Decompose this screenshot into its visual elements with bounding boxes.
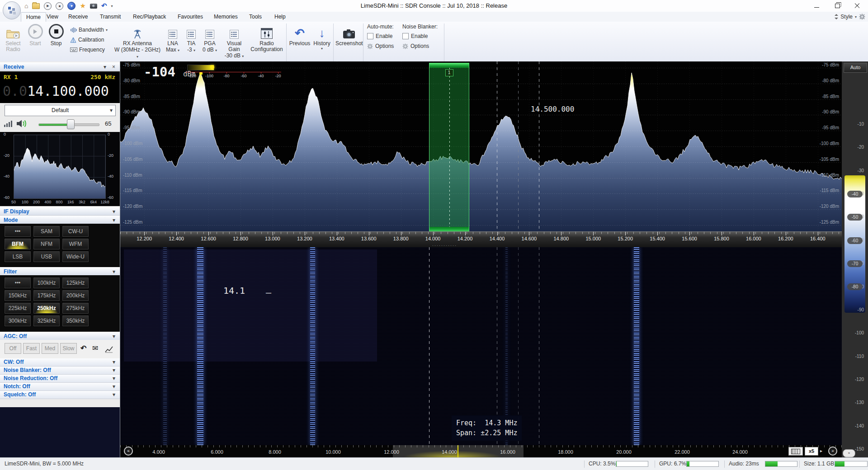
squelch-section-header[interactable]: Squelch: Off▾ (0, 391, 120, 399)
agc-caret-icon[interactable]: ▾ (113, 332, 115, 340)
filter-button-200khz[interactable]: 200kHz (62, 290, 89, 301)
mode-caret-icon[interactable]: ▾ (113, 216, 115, 224)
rx-band-bottom-cap[interactable] (429, 227, 469, 231)
if-display-header[interactable]: IF Display▾ (0, 207, 120, 216)
screenshot-button[interactable]: Screenshot (335, 24, 363, 53)
bandwidth-button[interactable]: Bandwidth▾ (70, 25, 108, 34)
spectrum-cursor-line[interactable] (518, 61, 519, 231)
preset-dropdown[interactable]: Default ▾ (5, 105, 116, 116)
navigator-page-right-button[interactable]: » (828, 446, 837, 456)
style-caret-icon[interactable]: ▾ (855, 15, 857, 19)
agc-button-fast[interactable]: Fast (23, 343, 40, 354)
tuned-frequency-value[interactable]: 0.014.100.000 (3, 83, 109, 99)
tia-dropdown[interactable]: TIA -3 ▾ (184, 24, 199, 53)
mode-header[interactable]: Mode▾ (0, 216, 120, 224)
cw-section-header[interactable]: CW: Off▾ (0, 358, 120, 367)
agc-undo-icon[interactable]: ↶ (80, 344, 86, 352)
rx-antenna-dropdown[interactable]: RX Antenna W (30MHz - 2GHz) ▾ (114, 24, 161, 53)
lna-dropdown[interactable]: LNA Max ▾ (163, 24, 183, 53)
minimize-button[interactable] (807, 0, 826, 11)
close-button[interactable] (848, 0, 866, 11)
radio-configuration-button[interactable]: Radio Configuration (250, 24, 284, 53)
auto-mute-enable-checkbox[interactable]: Enable (367, 32, 401, 41)
notch-section-header[interactable]: Notch: Off▾ (0, 383, 120, 391)
filter-button-150khz[interactable]: 150kHz (5, 290, 31, 301)
agc-envelope-icon[interactable]: ✉ (92, 344, 98, 352)
noise-blanker-enable-checkbox[interactable]: Enable (402, 32, 441, 41)
waterfall-display[interactable]: 14.1 – Freq: 14.3 MHzSpan: ±2.25 MHz (120, 247, 842, 445)
tab-help[interactable]: Help (269, 12, 291, 21)
app-menu-button[interactable] (3, 1, 21, 19)
filter-caret-icon[interactable]: ▾ (113, 268, 115, 276)
navigator-keyboard-button[interactable] (788, 447, 803, 456)
tab-memories[interactable]: Memories (209, 12, 243, 21)
noise-blanker-options-button[interactable]: Options (402, 42, 441, 51)
agc-button-off[interactable]: Off (5, 343, 21, 354)
filter-button-225khz[interactable]: 225kHz (5, 303, 31, 314)
if-display-caret-icon[interactable]: ▾ (113, 207, 115, 216)
navigator-page-left-button[interactable]: « (124, 446, 133, 456)
spectrum-display[interactable]: -75 dBm-75 dBm-80 dBm-80 dBm-85 dBm-85 d… (120, 61, 842, 231)
agc-graph-icon[interactable] (105, 346, 113, 353)
mode-button-cw-u[interactable]: CW-U (62, 226, 89, 237)
filter-button-100khz[interactable]: 100kHz (33, 277, 60, 288)
previous-frequency-button[interactable]: ↶ Previous (288, 24, 311, 53)
filter-button-300khz[interactable]: 300kHz (5, 315, 31, 326)
spectrum-cursor-line[interactable] (539, 61, 539, 231)
receive-panel-caret-icon[interactable]: ▾ (104, 63, 106, 71)
mode-button-sam[interactable]: SAM (33, 226, 60, 237)
agc-button-med[interactable]: Med (42, 343, 58, 354)
audio-meter-icon[interactable] (4, 120, 13, 127)
filter-header[interactable]: Filter▾ (0, 267, 120, 276)
tab-view[interactable]: View (42, 12, 63, 21)
rx-channel-band[interactable]: 1 (429, 63, 469, 231)
filter-button-275khz[interactable]: 275kHz (62, 303, 89, 314)
receive-panel-close-icon[interactable]: × (112, 63, 115, 71)
filter-button-more[interactable]: ••• (5, 277, 31, 288)
auto-mute-options-button[interactable]: Options (367, 42, 401, 51)
spectrum-cursor-line[interactable] (497, 61, 497, 231)
noise-blanker-section-header[interactable]: Noise Blanker: Off▾ (0, 367, 120, 375)
restore-button[interactable] (828, 0, 846, 11)
filter-button-250khz[interactable]: 250kHz (33, 303, 60, 314)
mode-button-wide-u[interactable]: Wide-U (62, 251, 89, 262)
noise-reduction-section-header[interactable]: Noise Reduction: Off▾ (0, 375, 120, 383)
receive-panel-header[interactable]: Receive ▾ × (0, 62, 120, 71)
style-button[interactable]: Style (840, 14, 853, 20)
navigator-zoom-button[interactable]: x5 (805, 447, 818, 456)
mode-button-usb[interactable]: USB (33, 251, 60, 262)
filter-button-125khz[interactable]: 125kHz (62, 277, 89, 288)
tab-rec-playback[interactable]: Rec/Playback (128, 12, 171, 21)
frequency-history-button[interactable]: ↓ History ▾ (312, 24, 332, 53)
mode-button-wfm[interactable]: WFM (62, 239, 89, 249)
filter-button-175khz[interactable]: 175kHz (33, 290, 60, 301)
mode-button-more[interactable]: ••• (5, 226, 31, 237)
style-gear-icon[interactable] (859, 14, 865, 20)
band-navigator[interactable]: 4.0006.0008.00010.00012.00014.00016.0001… (120, 445, 842, 457)
agc-button-slow[interactable]: Slow (60, 343, 77, 354)
frequency-button[interactable]: Frequency (70, 45, 105, 54)
tab-favourites[interactable]: Favourites (173, 12, 208, 21)
filter-button-350khz[interactable]: 350kHz (62, 315, 89, 326)
stop-button[interactable]: Stop (46, 24, 66, 53)
mode-button-lsb[interactable]: LSB (5, 251, 31, 262)
pga-dropdown[interactable]: PGA 0 dB ▾ (200, 24, 220, 53)
rx-band-top-cap[interactable] (429, 63, 469, 68)
tab-receive[interactable]: Receive (63, 12, 93, 21)
palette-scroll-button[interactable]: » (843, 449, 855, 457)
select-radio-button[interactable]: Select Radio (3, 24, 24, 53)
speaker-icon[interactable] (16, 119, 27, 128)
navigator-step-right-icon[interactable]: ▸ (820, 448, 822, 453)
visual-gain-dropdown[interactable]: Visual Gain -30 dB ▾ (221, 24, 248, 53)
tab-tools[interactable]: Tools (244, 12, 267, 21)
agc-header[interactable]: AGC: Off▾ (0, 332, 120, 340)
palette-auto-button[interactable]: Auto (844, 63, 867, 73)
calibration-button[interactable]: Calibration (70, 35, 104, 44)
filter-button-325khz[interactable]: 325kHz (33, 315, 60, 326)
start-button[interactable]: Start (25, 24, 45, 53)
spectrum-frequency-axis[interactable]: 12.20012.40012.60012.80013.00013.20013.4… (120, 231, 842, 248)
tab-transmit[interactable]: Transmit (95, 12, 126, 21)
style-updown-icon[interactable] (834, 14, 838, 19)
volume-slider-handle[interactable] (67, 119, 75, 129)
mode-button-bfm[interactable]: BFM (5, 239, 31, 249)
